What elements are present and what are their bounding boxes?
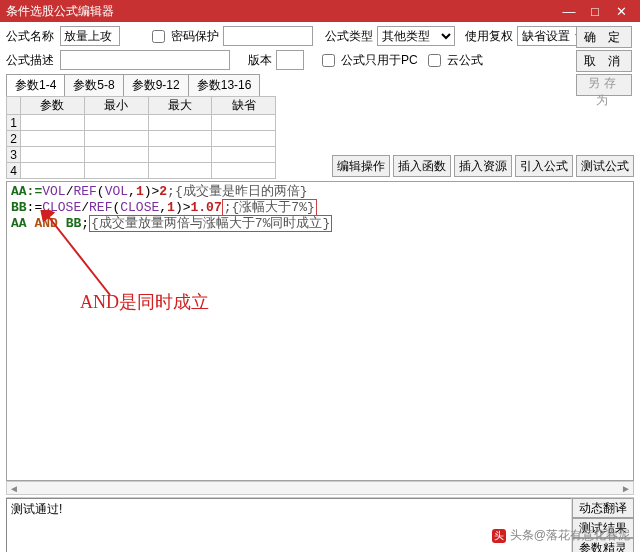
scroll-left-icon[interactable]: ◄ xyxy=(9,483,19,494)
status-text: 测试通过! xyxy=(11,502,62,516)
maximize-button[interactable]: □ xyxy=(582,4,608,19)
param-tabs: 参数1-4 参数5-8 参数9-12 参数13-16 xyxy=(6,74,634,96)
watermark: 头 头条@落花有意化春泥 xyxy=(492,527,630,544)
code-editor[interactable]: AA:=VOL/REF(VOL,1)>2;{成交量是昨日的两倍} BB:=CLO… xyxy=(6,181,634,481)
status-panel: 测试通过! xyxy=(6,498,572,552)
password-label: 密码保护 xyxy=(171,28,219,45)
version-input[interactable] xyxy=(276,50,304,70)
cloud-label: 云公式 xyxy=(447,52,483,69)
tab-params-1-4[interactable]: 参数1-4 xyxy=(6,74,65,96)
minimize-button[interactable]: — xyxy=(556,4,582,19)
saveas-button: 另存为 xyxy=(576,74,632,96)
import-formula-button[interactable]: 引入公式 xyxy=(515,155,573,177)
name-input[interactable] xyxy=(60,26,120,46)
table-row: 2 xyxy=(7,131,276,147)
desc-label: 公式描述 xyxy=(6,52,56,69)
complex-label: 使用复权 xyxy=(465,28,513,45)
close-button[interactable]: ✕ xyxy=(608,4,634,19)
cloud-checkbox[interactable] xyxy=(428,54,441,67)
test-formula-button[interactable]: 测试公式 xyxy=(576,155,634,177)
password-checkbox[interactable] xyxy=(152,30,165,43)
tab-params-5-8[interactable]: 参数5-8 xyxy=(64,74,123,96)
table-row: 1 xyxy=(7,115,276,131)
scroll-right-icon[interactable]: ► xyxy=(621,483,631,494)
cancel-button[interactable]: 取 消 xyxy=(576,50,632,72)
dyn-trans-button[interactable]: 动态翻译 xyxy=(572,498,634,518)
window-title: 条件选股公式编辑器 xyxy=(6,3,556,20)
edit-op-button[interactable]: 编辑操作 xyxy=(332,155,390,177)
pconly-checkbox[interactable] xyxy=(322,54,335,67)
type-select[interactable]: 其他类型 xyxy=(377,26,455,46)
annotation-text: AND是同时成立 xyxy=(80,290,209,314)
editor-scrollbar[interactable]: ◄► xyxy=(6,481,634,495)
insert-func-button[interactable]: 插入函数 xyxy=(393,155,451,177)
pconly-label: 公式只用于PC xyxy=(341,52,418,69)
version-label: 版本 xyxy=(248,52,272,69)
type-label: 公式类型 xyxy=(325,28,373,45)
password-input[interactable] xyxy=(223,26,313,46)
tab-params-13-16[interactable]: 参数13-16 xyxy=(188,74,261,96)
name-label: 公式名称 xyxy=(6,28,56,45)
insert-res-button[interactable]: 插入资源 xyxy=(454,155,512,177)
watermark-logo-icon: 头 xyxy=(492,529,506,543)
tab-params-9-12[interactable]: 参数9-12 xyxy=(123,74,189,96)
ok-button[interactable]: 确 定 xyxy=(576,26,632,48)
titlebar: 条件选股公式编辑器 — □ ✕ xyxy=(0,0,640,22)
desc-input[interactable] xyxy=(60,50,230,70)
